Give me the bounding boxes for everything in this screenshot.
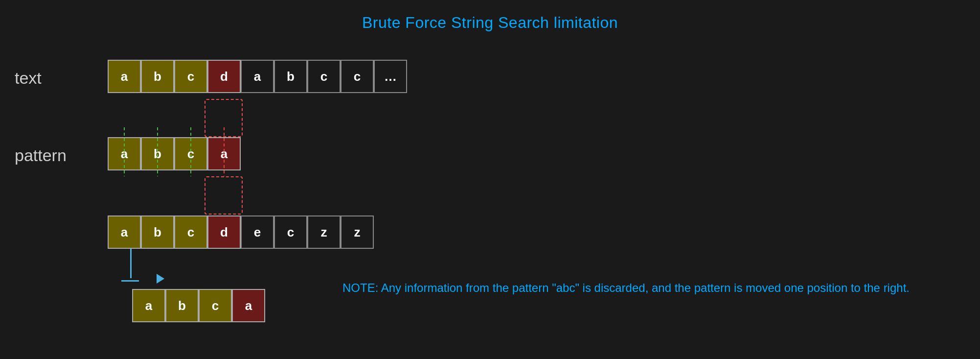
pattern-cell-2: c — [174, 137, 207, 170]
bottom-pattern-cell-3: a — [232, 289, 265, 322]
text-cell-0: a — [108, 60, 141, 93]
bottom-pattern-cell-1: b — [165, 289, 199, 322]
text-cell-7: c — [341, 60, 374, 93]
bottom-text-cell-4: e — [241, 215, 274, 249]
bottom-text-cell-2: c — [174, 215, 207, 249]
mismatch-box-pattern — [205, 176, 243, 215]
pattern-cell-0: a — [108, 137, 141, 170]
pattern-cell-1: b — [141, 137, 174, 170]
text-cell-5: b — [274, 60, 307, 93]
bottom-pattern-cell-0: a — [132, 289, 165, 322]
bottom-text-cell-7: z — [341, 215, 374, 249]
text-label: text — [15, 69, 42, 88]
text-cell-1: b — [141, 60, 174, 93]
note-text: NOTE: Any information from the pattern "… — [342, 279, 910, 297]
bottom-text-cell-3: d — [207, 215, 241, 249]
arrow — [121, 249, 164, 284]
bottom-text-cell-1: b — [141, 215, 174, 249]
text-cell-6: c — [307, 60, 341, 93]
page-title: Brute Force String Search limitation — [0, 0, 980, 32]
mismatch-box-text — [205, 99, 243, 137]
text-cell-3: d — [207, 60, 241, 93]
text-row: a b c d a b c c … — [108, 60, 407, 93]
pattern-row: a b c a — [108, 137, 241, 170]
bottom-text-row: a b c d e c z z — [108, 215, 374, 249]
bottom-text-cell-6: z — [307, 215, 341, 249]
text-cell-4: a — [241, 60, 274, 93]
pattern-label: pattern — [15, 146, 67, 165]
bottom-pattern-row: a b c a — [132, 289, 265, 322]
bottom-pattern-cell-2: c — [199, 289, 232, 322]
text-cell-8: … — [374, 60, 407, 93]
text-cell-2: c — [174, 60, 207, 93]
bottom-text-cell-0: a — [108, 215, 141, 249]
bottom-text-cell-5: c — [274, 215, 307, 249]
pattern-cell-3: a — [207, 137, 241, 170]
